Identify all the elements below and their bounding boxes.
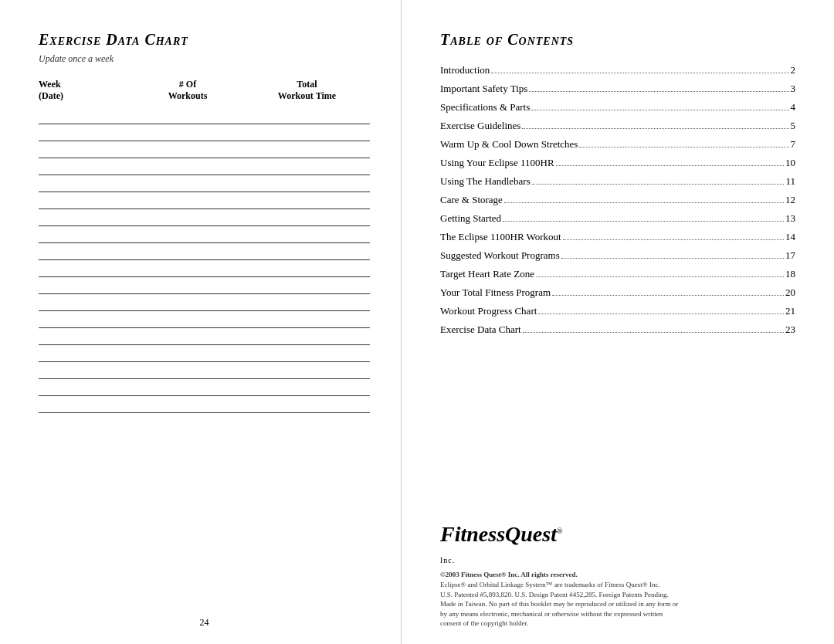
table-cell [244,395,370,412]
table-cell [39,141,131,158]
left-subtitle: Update once a week [39,53,370,65]
table-cell [39,192,131,208]
col-time: TotalWorkout Time [244,79,370,107]
table-cell [131,124,244,141]
table-cell [131,175,244,192]
table-row [39,361,370,378]
exercise-chart-table: Week(Date) # OfWorkouts TotalWorkout Tim… [39,79,370,413]
toc-label: Exercise Guidelines [440,120,520,132]
table-cell [39,395,131,412]
toc-dots [491,73,788,73]
toc-dots [529,91,788,92]
col-week: Week(Date) [39,79,131,107]
table-cell [131,208,244,225]
toc-item: Using The Handlebars11 [440,175,795,188]
toc-page: 17 [785,249,795,262]
table-cell [39,225,131,242]
toc-page: 21 [785,305,795,317]
toc-page: 3 [791,83,796,95]
table-row [39,293,370,310]
toc-dots [504,202,784,203]
toc-item: Target Heart Rate Zone18 [440,268,795,280]
table-cell [39,361,131,378]
toc-label: Warm Up & Cool Down Stretches [440,138,578,151]
table-cell [39,276,131,293]
table-row [39,344,370,361]
toc-page: 7 [791,138,796,151]
table-cell [244,175,370,192]
table-cell [39,208,131,225]
toc-dots [556,165,784,166]
toc-dots [531,110,788,110]
toc-label: Workout Progress Chart [440,305,537,317]
table-cell [244,310,370,327]
table-cell [244,276,370,293]
copyright-l4: Made in Taiwan. No part of this booklet … [440,600,678,608]
toc-item: Your Total Fitness Program20 [440,286,795,299]
toc-page: 4 [791,101,796,114]
table-cell [131,327,244,344]
toc-dots [563,239,784,240]
toc-page: 5 [791,120,796,132]
table-row [39,259,370,276]
toc-item: Warm Up & Cool Down Stretches7 [440,138,795,151]
table-cell [244,361,370,378]
toc-item: Introduction2 [440,64,795,76]
toc-page: 18 [785,268,795,280]
table-row [39,242,370,259]
table-cell [244,124,370,141]
table-cell [131,192,244,208]
toc-label: Exercise Data Chart [440,324,521,336]
copyright-l6: consent of the copyright holder. [440,619,528,627]
table-cell [39,107,131,124]
brand-logo: FitnessQuest® Inc. [440,524,563,567]
col-workouts: # OfWorkouts [131,79,244,107]
table-cell [244,107,370,124]
brand-fitness: Fitness [440,522,505,546]
table-cell [244,378,370,395]
table-cell [39,327,131,344]
brand-quest: Quest [505,522,557,546]
table-cell [39,124,131,141]
toc-label: Specifications & Parts [440,101,530,114]
table-cell [131,378,244,395]
table-row [39,124,370,141]
table-cell [131,107,244,124]
left-panel: Exercise Data Chart Update once a week W… [0,0,402,644]
table-cell [131,242,244,259]
table-cell [244,242,370,259]
brand-inc-line: Inc. [440,556,455,564]
toc-page: 12 [785,194,795,206]
table-cell [131,141,244,158]
table-row [39,208,370,225]
table-row [39,310,370,327]
toc-dots [579,147,788,147]
table-cell [244,208,370,225]
toc-label: Introduction [440,64,490,76]
toc-dots [523,332,784,333]
table-cell [39,378,131,395]
toc-item: Getting Started13 [440,212,795,225]
toc-page: 11 [785,175,795,188]
table-row [39,192,370,208]
table-row [39,276,370,293]
toc-label: Care & Storage [440,194,503,206]
toc-dots [532,184,785,185]
toc-item: Exercise Data Chart23 [440,324,795,336]
table-cell [39,293,131,310]
left-title: Exercise Data Chart [39,31,370,49]
table-row [39,107,370,124]
toc-page: 23 [785,324,795,336]
copyright-l3: U.S. Patented #5,893,820. U.S. Design Pa… [440,591,669,598]
toc-label: Target Heart Rate Zone [440,268,534,280]
copyright-bold: ©2003 Fitness Quest® Inc. All rights res… [440,571,578,578]
table-cell [244,192,370,208]
toc-label: The Eclipse 1100HR Workout [440,231,561,243]
table-row [39,175,370,192]
toc-dots [552,295,784,296]
table-row [39,141,370,158]
table-cell [131,225,244,242]
toc-page: 2 [791,64,796,76]
toc-list: Introduction2Important Safety Tips3Speci… [440,64,795,516]
table-cell [131,293,244,310]
